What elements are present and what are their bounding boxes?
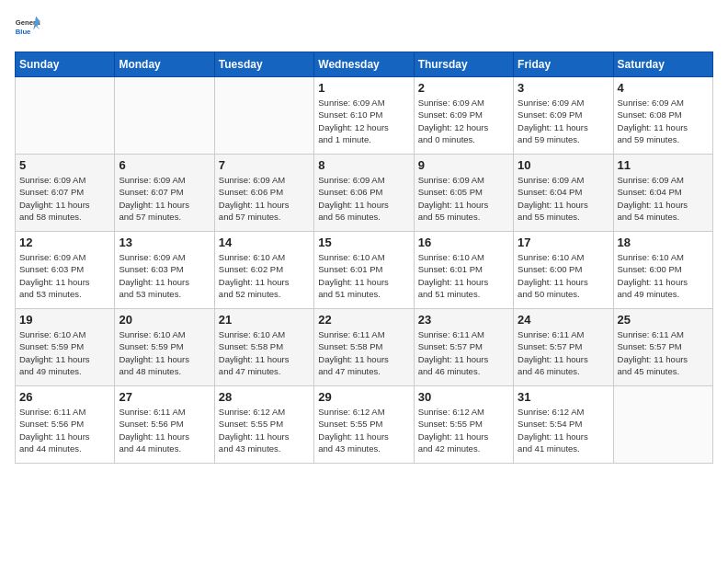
calendar-cell: 7Sunrise: 6:09 AM Sunset: 6:06 PM Daylig… <box>214 155 313 232</box>
calendar-cell: 31Sunrise: 6:12 AM Sunset: 5:54 PM Dayli… <box>514 386 613 464</box>
day-info: Sunrise: 6:11 AM Sunset: 5:57 PM Dayligh… <box>518 328 609 377</box>
calendar-cell: 1Sunrise: 6:09 AM Sunset: 6:10 PM Daylig… <box>314 77 414 155</box>
day-info: Sunrise: 6:10 AM Sunset: 6:01 PM Dayligh… <box>418 251 509 300</box>
day-number: 3 <box>518 81 609 95</box>
day-number: 24 <box>518 313 609 327</box>
page-header: General Blue <box>15 15 713 40</box>
day-number: 29 <box>318 390 409 404</box>
day-number: 16 <box>418 236 509 249</box>
day-number: 10 <box>518 158 609 172</box>
day-info: Sunrise: 6:09 AM Sunset: 6:10 PM Dayligh… <box>318 97 409 145</box>
calendar-cell: 13Sunrise: 6:09 AM Sunset: 6:03 PM Dayli… <box>115 232 214 309</box>
col-header-sunday: Sunday <box>16 52 115 77</box>
day-info: Sunrise: 6:09 AM Sunset: 6:05 PM Dayligh… <box>418 174 509 223</box>
day-info: Sunrise: 6:09 AM Sunset: 6:06 PM Dayligh… <box>219 174 310 223</box>
day-info: Sunrise: 6:09 AM Sunset: 6:09 PM Dayligh… <box>518 97 609 145</box>
day-number: 8 <box>318 158 409 172</box>
svg-text:Blue: Blue <box>16 28 31 36</box>
day-number: 14 <box>219 236 310 249</box>
day-number: 1 <box>318 81 409 95</box>
calendar-cell <box>214 77 313 155</box>
day-info: Sunrise: 6:11 AM Sunset: 5:56 PM Dayligh… <box>119 406 210 454</box>
col-header-monday: Monday <box>115 52 214 77</box>
calendar-cell: 25Sunrise: 6:11 AM Sunset: 5:57 PM Dayli… <box>613 309 712 386</box>
day-info: Sunrise: 6:09 AM Sunset: 6:04 PM Dayligh… <box>518 174 609 223</box>
week-row-4: 19Sunrise: 6:10 AM Sunset: 5:59 PM Dayli… <box>16 309 713 386</box>
calendar-cell: 28Sunrise: 6:12 AM Sunset: 5:55 PM Dayli… <box>214 386 313 464</box>
day-number: 30 <box>418 390 509 404</box>
day-info: Sunrise: 6:09 AM Sunset: 6:09 PM Dayligh… <box>418 97 509 145</box>
day-number: 9 <box>418 158 509 172</box>
day-number: 17 <box>518 236 609 249</box>
calendar-cell: 14Sunrise: 6:10 AM Sunset: 6:02 PM Dayli… <box>214 232 313 309</box>
day-info: Sunrise: 6:12 AM Sunset: 5:54 PM Dayligh… <box>518 406 609 454</box>
day-number: 11 <box>618 158 709 172</box>
day-number: 2 <box>418 81 509 95</box>
calendar-cell <box>115 77 214 155</box>
day-number: 21 <box>219 313 310 327</box>
calendar-cell: 9Sunrise: 6:09 AM Sunset: 6:05 PM Daylig… <box>414 155 513 232</box>
day-number: 4 <box>618 81 709 95</box>
calendar-header-row: SundayMondayTuesdayWednesdayThursdayFrid… <box>16 52 713 77</box>
calendar-cell: 17Sunrise: 6:10 AM Sunset: 6:00 PM Dayli… <box>514 232 613 309</box>
calendar-cell: 3Sunrise: 6:09 AM Sunset: 6:09 PM Daylig… <box>514 77 613 155</box>
calendar-cell <box>16 77 115 155</box>
col-header-wednesday: Wednesday <box>314 52 414 77</box>
day-number: 27 <box>119 390 210 404</box>
day-info: Sunrise: 6:09 AM Sunset: 6:08 PM Dayligh… <box>618 97 709 145</box>
calendar-cell: 19Sunrise: 6:10 AM Sunset: 5:59 PM Dayli… <box>16 309 115 386</box>
day-number: 5 <box>19 158 110 172</box>
calendar-cell: 4Sunrise: 6:09 AM Sunset: 6:08 PM Daylig… <box>613 77 712 155</box>
calendar-cell: 16Sunrise: 6:10 AM Sunset: 6:01 PM Dayli… <box>414 232 513 309</box>
day-number: 23 <box>418 313 509 327</box>
day-info: Sunrise: 6:11 AM Sunset: 5:57 PM Dayligh… <box>618 328 709 377</box>
day-number: 15 <box>318 236 409 249</box>
logo: General Blue <box>15 15 40 40</box>
day-number: 28 <box>219 390 310 404</box>
day-info: Sunrise: 6:12 AM Sunset: 5:55 PM Dayligh… <box>318 406 409 454</box>
week-row-3: 12Sunrise: 6:09 AM Sunset: 6:03 PM Dayli… <box>16 232 713 309</box>
day-info: Sunrise: 6:09 AM Sunset: 6:03 PM Dayligh… <box>119 251 210 300</box>
day-info: Sunrise: 6:09 AM Sunset: 6:07 PM Dayligh… <box>19 174 110 223</box>
col-header-saturday: Saturday <box>613 52 712 77</box>
day-info: Sunrise: 6:10 AM Sunset: 6:00 PM Dayligh… <box>618 251 709 300</box>
col-header-tuesday: Tuesday <box>214 52 313 77</box>
day-info: Sunrise: 6:12 AM Sunset: 5:55 PM Dayligh… <box>219 406 310 454</box>
day-info: Sunrise: 6:10 AM Sunset: 6:00 PM Dayligh… <box>518 251 609 300</box>
calendar-cell: 6Sunrise: 6:09 AM Sunset: 6:07 PM Daylig… <box>115 155 214 232</box>
col-header-thursday: Thursday <box>414 52 513 77</box>
day-info: Sunrise: 6:11 AM Sunset: 5:56 PM Dayligh… <box>19 406 110 454</box>
day-info: Sunrise: 6:10 AM Sunset: 5:59 PM Dayligh… <box>19 328 110 377</box>
day-info: Sunrise: 6:11 AM Sunset: 5:57 PM Dayligh… <box>418 328 509 377</box>
day-number: 31 <box>518 390 609 404</box>
day-info: Sunrise: 6:12 AM Sunset: 5:55 PM Dayligh… <box>418 406 509 454</box>
day-number: 22 <box>318 313 409 327</box>
day-info: Sunrise: 6:10 AM Sunset: 6:01 PM Dayligh… <box>318 251 409 300</box>
day-number: 20 <box>119 313 210 327</box>
day-info: Sunrise: 6:09 AM Sunset: 6:03 PM Dayligh… <box>19 251 110 300</box>
calendar-cell: 18Sunrise: 6:10 AM Sunset: 6:00 PM Dayli… <box>613 232 712 309</box>
calendar-cell: 30Sunrise: 6:12 AM Sunset: 5:55 PM Dayli… <box>414 386 513 464</box>
calendar-cell: 11Sunrise: 6:09 AM Sunset: 6:04 PM Dayli… <box>613 155 712 232</box>
calendar-cell: 12Sunrise: 6:09 AM Sunset: 6:03 PM Dayli… <box>16 232 115 309</box>
day-number: 13 <box>119 236 210 249</box>
day-number: 6 <box>119 158 210 172</box>
day-number: 7 <box>219 158 310 172</box>
day-info: Sunrise: 6:10 AM Sunset: 5:59 PM Dayligh… <box>119 328 210 377</box>
calendar-cell: 29Sunrise: 6:12 AM Sunset: 5:55 PM Dayli… <box>314 386 414 464</box>
logo-icon: General Blue <box>15 15 40 40</box>
calendar-cell: 21Sunrise: 6:10 AM Sunset: 5:58 PM Dayli… <box>214 309 313 386</box>
calendar-cell: 15Sunrise: 6:10 AM Sunset: 6:01 PM Dayli… <box>314 232 414 309</box>
day-number: 26 <box>19 390 110 404</box>
calendar-cell <box>613 386 712 464</box>
day-info: Sunrise: 6:10 AM Sunset: 5:58 PM Dayligh… <box>219 328 310 377</box>
day-number: 12 <box>19 236 110 249</box>
week-row-5: 26Sunrise: 6:11 AM Sunset: 5:56 PM Dayli… <box>16 386 713 464</box>
day-number: 25 <box>618 313 709 327</box>
calendar-cell: 20Sunrise: 6:10 AM Sunset: 5:59 PM Dayli… <box>115 309 214 386</box>
day-info: Sunrise: 6:09 AM Sunset: 6:04 PM Dayligh… <box>618 174 709 223</box>
day-info: Sunrise: 6:11 AM Sunset: 5:58 PM Dayligh… <box>318 328 409 377</box>
calendar-cell: 8Sunrise: 6:09 AM Sunset: 6:06 PM Daylig… <box>314 155 414 232</box>
calendar-table: SundayMondayTuesdayWednesdayThursdayFrid… <box>15 52 713 464</box>
calendar-cell: 26Sunrise: 6:11 AM Sunset: 5:56 PM Dayli… <box>16 386 115 464</box>
